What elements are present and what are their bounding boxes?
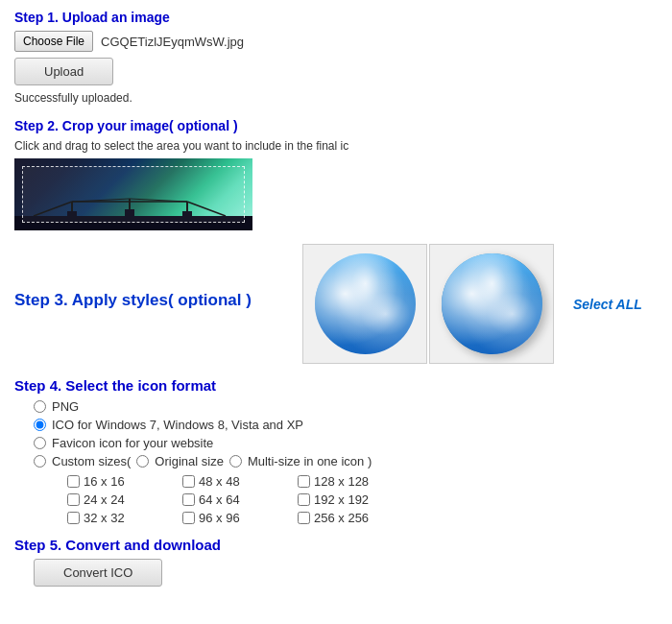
size-64x64-checkbox[interactable] bbox=[182, 493, 195, 506]
size-option-48: 48 x 48 bbox=[182, 474, 298, 489]
step3-row: Step 3. Apply styles( optional ) Select … bbox=[14, 244, 658, 364]
step2-section: Step 2. Crop your image( optional ) Clic… bbox=[14, 118, 658, 230]
format-ico-label[interactable]: ICO for Windows 7, Windows 8, Vista and … bbox=[52, 418, 303, 432]
size-option-128: 128 x 128 bbox=[298, 474, 442, 489]
size-16x16-checkbox[interactable] bbox=[67, 475, 80, 488]
size-32x32-label[interactable]: 32 x 32 bbox=[84, 511, 125, 525]
size-256x256-label[interactable]: 256 x 256 bbox=[314, 511, 369, 525]
select-all-link[interactable]: Select ALL bbox=[573, 297, 642, 312]
format-png-label[interactable]: PNG bbox=[52, 399, 79, 414]
format-favicon-radio[interactable] bbox=[34, 437, 46, 449]
step5-section: Step 5. Convert and download Convert ICO bbox=[14, 537, 658, 587]
choose-file-button[interactable]: Choose File bbox=[14, 31, 93, 52]
format-original-radio[interactable] bbox=[136, 455, 149, 468]
step4-section: Step 4. Select the icon format PNG ICO f… bbox=[14, 377, 658, 525]
file-name-display: CGQETizlJEyqmWsW.jpg bbox=[101, 35, 244, 49]
size-option-24: 24 x 24 bbox=[67, 492, 182, 507]
step4-title: Step 4. Select the icon format bbox=[14, 377, 658, 394]
size-option-16: 16 x 16 bbox=[67, 474, 182, 489]
cloud-bg-plain bbox=[315, 253, 416, 354]
size-option-32: 32 x 32 bbox=[67, 511, 182, 525]
size-option-96: 96 x 96 bbox=[182, 511, 298, 525]
format-multisize-radio[interactable] bbox=[229, 455, 242, 468]
style-preview-shadow[interactable] bbox=[429, 244, 554, 364]
style-preview-plain[interactable] bbox=[302, 244, 427, 364]
crop-selection-overlay[interactable] bbox=[22, 166, 245, 223]
step1-title: Step 1. Upload an image bbox=[14, 10, 658, 25]
size-256x256-checkbox[interactable] bbox=[298, 512, 310, 524]
sizes-grid: 16 x 16 48 x 48 128 x 128 24 x 24 64 x 6… bbox=[14, 474, 658, 525]
format-png-row: PNG bbox=[14, 399, 658, 414]
format-favicon-label[interactable]: Favicon icon for your website bbox=[52, 436, 213, 450]
crop-image-background bbox=[14, 158, 252, 230]
crop-hint-text: Click and drag to select the area you wa… bbox=[14, 139, 658, 153]
format-custom-radio[interactable] bbox=[34, 455, 46, 468]
format-ico-radio[interactable] bbox=[34, 419, 46, 431]
size-32x32-checkbox[interactable] bbox=[67, 512, 80, 524]
size-option-192: 192 x 192 bbox=[298, 492, 442, 507]
upload-success-message: Successfully uploaded. bbox=[14, 91, 658, 105]
step3-title: Step 3. Apply styles( optional ) bbox=[14, 291, 302, 310]
size-16x16-label[interactable]: 16 x 16 bbox=[84, 474, 125, 489]
format-multisize-label[interactable]: Multi-size in one icon ) bbox=[248, 454, 372, 468]
format-png-radio[interactable] bbox=[34, 400, 46, 413]
size-option-64: 64 x 64 bbox=[182, 492, 298, 507]
size-96x96-label[interactable]: 96 x 96 bbox=[199, 511, 240, 525]
convert-button[interactable]: Convert ICO bbox=[34, 559, 162, 587]
step5-title: Step 5. Convert and download bbox=[14, 537, 658, 553]
size-48x48-label[interactable]: 48 x 48 bbox=[199, 474, 240, 489]
format-ico-row: ICO for Windows 7, Windows 8, Vista and … bbox=[14, 418, 658, 432]
size-128x128-checkbox[interactable] bbox=[298, 475, 310, 488]
style-circle-shadow bbox=[442, 253, 542, 354]
size-192x192-checkbox[interactable] bbox=[298, 493, 310, 506]
crop-image-container[interactable] bbox=[14, 158, 252, 230]
style-circle-plain bbox=[315, 253, 416, 354]
size-128x128-label[interactable]: 128 x 128 bbox=[314, 474, 369, 489]
size-24x24-checkbox[interactable] bbox=[67, 493, 80, 506]
size-192x192-label[interactable]: 192 x 192 bbox=[314, 492, 369, 507]
custom-sizes-row: Custom sizes( Original size Multi-size i… bbox=[14, 454, 658, 468]
upload-button[interactable]: Upload bbox=[14, 58, 113, 85]
size-48x48-checkbox[interactable] bbox=[182, 475, 195, 488]
format-favicon-row: Favicon icon for your website bbox=[14, 436, 658, 450]
size-96x96-checkbox[interactable] bbox=[182, 512, 195, 524]
size-64x64-label[interactable]: 64 x 64 bbox=[199, 492, 240, 507]
file-upload-row: Choose File CGQETizlJEyqmWsW.jpg bbox=[14, 31, 658, 52]
size-24x24-label[interactable]: 24 x 24 bbox=[84, 492, 125, 507]
format-custom-label[interactable]: Custom sizes( bbox=[52, 454, 131, 468]
cloud-bg-shadow bbox=[442, 253, 542, 354]
step2-title: Step 2. Crop your image( optional ) bbox=[14, 118, 658, 133]
format-original-label[interactable]: Original size bbox=[155, 454, 224, 468]
size-option-256: 256 x 256 bbox=[298, 511, 442, 525]
step1-section: Step 1. Upload an image Choose File CGQE… bbox=[14, 10, 658, 105]
step3-section: Step 3. Apply styles( optional ) Select … bbox=[14, 244, 658, 364]
